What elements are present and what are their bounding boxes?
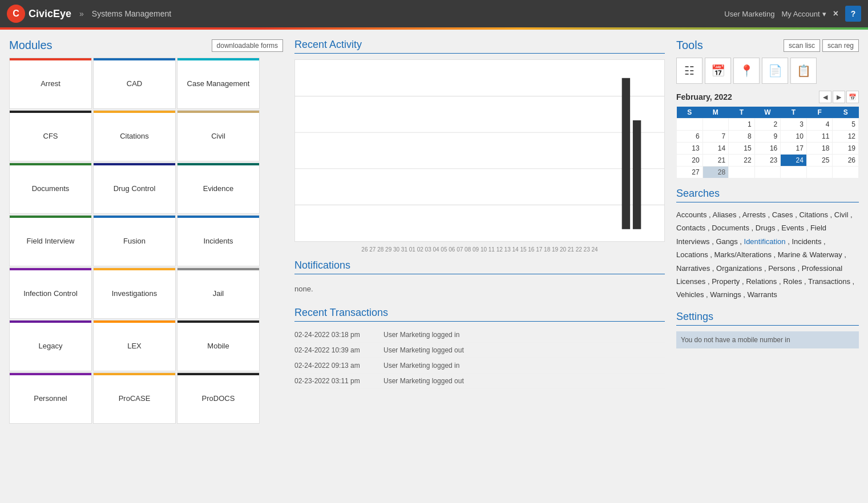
calendar-day <box>677 119 703 131</box>
search-item[interactable]: Property <box>712 277 740 286</box>
module-card-citations[interactable]: Citations <box>93 110 176 161</box>
calendar-day[interactable]: 3 <box>781 119 807 131</box>
search-item[interactable]: Transactions <box>808 277 850 286</box>
module-card-personnel[interactable]: Personnel <box>9 372 92 424</box>
calendar-prev-button[interactable]: ◀ <box>819 91 831 103</box>
calendar-day[interactable]: 23 <box>754 155 781 167</box>
calendar-day[interactable]: 11 <box>806 131 833 143</box>
calendar-day[interactable]: 16 <box>754 143 781 155</box>
module-card-case-management[interactable]: Case Management <box>177 58 260 109</box>
calendar-day[interactable]: 2 <box>754 119 781 131</box>
module-card-cfs[interactable]: CFS <box>9 110 92 161</box>
search-item[interactable]: Accounts <box>676 210 706 219</box>
search-item[interactable]: Warnings <box>710 290 741 299</box>
search-item[interactable]: Arrests <box>742 210 766 219</box>
scan-lisc-button[interactable]: scan lisc <box>784 39 820 52</box>
calendar-day[interactable]: 10 <box>781 131 807 143</box>
calendar-day[interactable]: 9 <box>754 131 781 143</box>
module-card-evidence[interactable]: Evidence <box>177 163 260 214</box>
calendar-month: February, 2022 <box>676 92 732 102</box>
calendar-day[interactable]: 26 <box>833 155 859 167</box>
my-account-dropdown[interactable]: My Account ▾ <box>781 10 826 18</box>
help-button[interactable]: ? <box>845 6 861 22</box>
module-card-jail[interactable]: Jail <box>177 267 260 319</box>
calendar-next-button[interactable]: ▶ <box>833 91 845 103</box>
close-button[interactable]: × <box>833 9 838 19</box>
search-item[interactable]: Contacts <box>676 224 705 232</box>
calendar-day[interactable]: 5 <box>833 119 859 131</box>
calculator-button[interactable]: ☷ <box>676 58 703 84</box>
calendar-tool-icon: 📅 <box>711 64 725 78</box>
module-card-drug-control[interactable]: Drug Control <box>93 163 176 214</box>
calendar-day[interactable]: 7 <box>703 131 729 143</box>
search-item[interactable]: Persons <box>768 264 796 273</box>
calendar-day[interactable]: 22 <box>729 155 755 167</box>
calendar-day[interactable]: 28 <box>703 167 729 179</box>
search-item[interactable]: Marks/Alterations <box>714 250 772 259</box>
calendar-day[interactable]: 13 <box>677 143 703 155</box>
calendar-day[interactable]: 8 <box>729 131 755 143</box>
module-card-documents[interactable]: Documents <box>9 163 92 214</box>
calendar-day[interactable]: 18 <box>806 143 833 155</box>
calendar-tool-button[interactable]: 📅 <box>705 58 731 84</box>
transactions-list: 02-24-2022 03:18 pmUser Marketing logged… <box>294 327 665 389</box>
calendar-open-button[interactable]: 📅 <box>846 91 859 103</box>
module-card-procase[interactable]: ProCASE <box>93 372 176 424</box>
search-item[interactable]: Warrants <box>748 290 777 299</box>
module-card-cad[interactable]: CAD <box>93 58 176 109</box>
search-item[interactable]: Locations <box>676 250 708 259</box>
calendar-day[interactable]: 19 <box>833 143 859 155</box>
search-item[interactable]: Cases <box>772 210 793 219</box>
module-card-legacy[interactable]: Legacy <box>9 320 92 371</box>
calendar-day[interactable]: 25 <box>806 155 833 167</box>
calendar-day[interactable]: 21 <box>703 155 729 167</box>
calendar-day[interactable]: 1 <box>729 119 755 131</box>
calendar-day[interactable]: 6 <box>677 131 703 143</box>
module-card-investigations[interactable]: Investigations <box>93 267 176 319</box>
calendar-day[interactable]: 15 <box>729 143 755 155</box>
table-row: 02-23-2022 03:11 pmUser Marketing logged… <box>294 374 665 389</box>
logo[interactable]: C CivicEye <box>7 5 71 23</box>
module-card-mobile[interactable]: Mobile <box>177 320 260 371</box>
calendar-day[interactable]: 27 <box>677 167 703 179</box>
search-item[interactable]: Drugs <box>756 224 776 232</box>
search-item[interactable]: Documents <box>712 224 749 232</box>
module-card-field-interview[interactable]: Field Interview <box>9 215 92 266</box>
calendar-day[interactable]: 4 <box>806 119 833 131</box>
search-item[interactable]: Narratives <box>676 264 710 273</box>
search-item[interactable]: Civil <box>834 210 849 219</box>
calendar-navigation: ◀ ▶ 📅 <box>819 91 859 103</box>
module-card-fusion[interactable]: Fusion <box>93 215 176 266</box>
map-button[interactable]: 📍 <box>733 58 760 84</box>
search-item[interactable]: Events <box>781 224 804 232</box>
calendar-day[interactable]: 24 <box>781 155 807 167</box>
search-item[interactable]: Incidents <box>792 237 821 246</box>
clipboard-button[interactable]: 📋 <box>790 58 817 84</box>
calendar-day[interactable]: 17 <box>781 143 807 155</box>
module-card-lex[interactable]: LEX <box>93 320 176 371</box>
search-item[interactable]: Roles <box>783 277 802 286</box>
search-item[interactable]: Organizations <box>716 264 762 273</box>
chart-x-labels: 26 27 28 29 30 31 01 02 03 04 05 06 07 0… <box>294 246 665 253</box>
module-card-prodocs[interactable]: ProDOCS <box>177 372 260 424</box>
search-item[interactable]: Gangs <box>716 237 737 246</box>
module-card-incidents[interactable]: Incidents <box>177 215 260 266</box>
search-item[interactable]: Citations <box>799 210 828 219</box>
module-card-civil[interactable]: Civil <box>177 110 260 161</box>
downloadable-forms-button[interactable]: downloadable forms <box>212 39 283 52</box>
module-card-infection-control[interactable]: Infection Control <box>9 267 92 319</box>
calendar-day[interactable]: 20 <box>677 155 703 167</box>
user-marketing-link[interactable]: User Marketing <box>724 10 774 18</box>
document-button[interactable]: 📄 <box>762 58 788 84</box>
document-icon: 📄 <box>768 64 782 78</box>
search-item[interactable]: Aliases <box>713 210 737 219</box>
search-item[interactable]: Vehicles <box>676 290 704 299</box>
scan-reg-button[interactable]: scan reg <box>822 39 859 52</box>
search-link-identification[interactable]: Identification <box>744 237 786 246</box>
tools-buttons: scan lisc scan reg <box>784 39 859 52</box>
calendar-day[interactable]: 12 <box>833 131 859 143</box>
search-item[interactable]: Relations <box>746 277 777 286</box>
search-item[interactable]: Marine & Waterway <box>778 250 842 259</box>
calendar-day[interactable]: 14 <box>703 143 729 155</box>
module-card-arrest[interactable]: Arrest <box>9 58 92 109</box>
